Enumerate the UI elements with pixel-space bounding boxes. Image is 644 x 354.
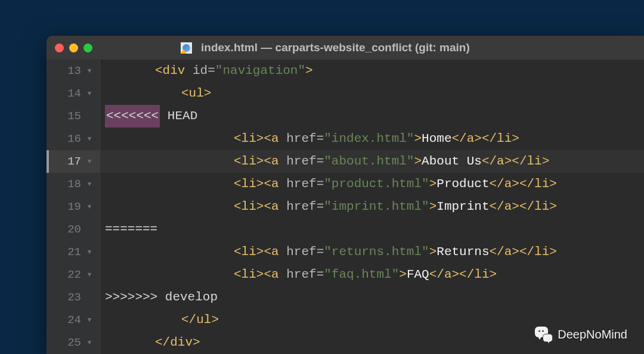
line-number: 17 bbox=[67, 155, 81, 168]
code-line[interactable]: <<<<<<< HEAD bbox=[100, 105, 644, 128]
gutter-line[interactable]: 23 bbox=[47, 286, 100, 309]
token-conflict-hl: <<<<<<< bbox=[105, 105, 160, 128]
token-attr: href= bbox=[286, 128, 324, 150]
line-number: 22 bbox=[67, 268, 81, 281]
line-number: 25 bbox=[67, 336, 81, 349]
titlebar[interactable]: index.html — carparts-website_conflict (… bbox=[47, 36, 644, 60]
token-conflict: >>>>>>> develop bbox=[105, 286, 218, 309]
token-tag: <li><a bbox=[234, 173, 286, 195]
line-number: 16 bbox=[67, 132, 81, 145]
token-tag: > bbox=[429, 173, 437, 195]
token-attr: href= bbox=[286, 263, 324, 286]
token-str: "navigation" bbox=[215, 60, 305, 82]
token-str: "index.html" bbox=[324, 128, 414, 150]
code-line[interactable]: <li><a href="imprint.html">Imprint</a></… bbox=[100, 195, 644, 218]
token-tag: <li><a bbox=[234, 150, 286, 173]
token-txt: About Us bbox=[422, 150, 482, 173]
gutter-line[interactable]: 17▼ bbox=[47, 150, 100, 173]
token-attr: href= bbox=[286, 195, 324, 218]
token-txt: Returns bbox=[436, 241, 489, 263]
fold-toggle-icon[interactable]: ▼ bbox=[85, 135, 94, 142]
token-tag: > bbox=[429, 241, 437, 263]
token-txt: FAQ bbox=[407, 263, 429, 286]
token-tag: </a></li> bbox=[429, 263, 497, 286]
token-tag: > bbox=[414, 150, 422, 173]
gutter-line[interactable]: 21▼ bbox=[47, 241, 100, 263]
token-tag: </a></li> bbox=[490, 173, 557, 195]
token-tag: </a></li> bbox=[490, 241, 557, 263]
token-tag: </a></li> bbox=[490, 195, 557, 218]
code-area[interactable]: <div id="navigation"><ul><<<<<<< HEAD<li… bbox=[100, 60, 644, 354]
token-str: "faq.html" bbox=[324, 263, 399, 286]
line-number: 23 bbox=[67, 291, 81, 304]
gutter-line[interactable]: 18▼ bbox=[47, 173, 100, 195]
gutter-line[interactable]: 22▼ bbox=[47, 263, 100, 286]
code-line[interactable]: <li><a href="product.html">Product</a></… bbox=[100, 173, 644, 195]
zoom-icon[interactable] bbox=[83, 44, 92, 52]
watermark-label: DeepNoMind bbox=[558, 328, 627, 341]
fold-toggle-icon[interactable]: ▼ bbox=[85, 67, 94, 74]
fold-toggle-icon[interactable]: ▼ bbox=[85, 316, 94, 324]
token-attr: id= bbox=[193, 60, 215, 82]
token-tag: <div bbox=[155, 60, 193, 82]
gutter-line[interactable]: 14▼ bbox=[47, 82, 100, 105]
fold-toggle-icon[interactable]: ▼ bbox=[85, 271, 94, 278]
line-number: 21 bbox=[67, 246, 81, 259]
line-number: 20 bbox=[67, 223, 81, 236]
code-line[interactable]: ======= bbox=[100, 218, 644, 241]
fold-toggle-icon[interactable]: ▼ bbox=[85, 339, 94, 346]
fold-toggle-icon[interactable]: ▼ bbox=[85, 158, 94, 165]
line-number: 24 bbox=[67, 313, 81, 327]
token-str: "about.html" bbox=[324, 150, 414, 173]
code-line[interactable]: <li><a href="about.html">About Us</a></l… bbox=[100, 150, 644, 173]
token-tag: </ul> bbox=[181, 309, 219, 331]
line-number-gutter[interactable]: 13▼14▼1516▼17▼18▼19▼2021▼22▼2324▼25▼ bbox=[47, 60, 100, 354]
token-tag: > bbox=[429, 195, 437, 218]
token-tag: > bbox=[305, 60, 313, 82]
code-line[interactable]: <li><a href="returns.html">Returns</a></… bbox=[100, 241, 644, 263]
minimize-icon[interactable] bbox=[69, 44, 78, 52]
token-tag: </div> bbox=[155, 331, 200, 354]
chat-bubbles-icon bbox=[535, 327, 553, 342]
window-title: index.html — carparts-website_conflict (… bbox=[201, 41, 470, 54]
token-tag: > bbox=[399, 263, 407, 286]
line-number: 13 bbox=[67, 64, 81, 77]
gutter-line[interactable]: 13▼ bbox=[47, 60, 100, 82]
line-number: 14 bbox=[67, 87, 81, 100]
token-tag: </a></li> bbox=[452, 128, 519, 150]
token-tag: <ul> bbox=[181, 82, 211, 105]
code-line[interactable]: <li><a href="index.html">Home</a></li> bbox=[100, 128, 644, 150]
token-tag: <li><a bbox=[234, 128, 286, 150]
watermark: DeepNoMind bbox=[535, 327, 627, 342]
token-txt: Product bbox=[436, 173, 489, 195]
line-number: 15 bbox=[67, 110, 81, 123]
fold-toggle-icon[interactable]: ▼ bbox=[85, 249, 94, 256]
fold-toggle-icon[interactable]: ▼ bbox=[85, 181, 94, 188]
token-str: "imprint.html" bbox=[324, 195, 429, 218]
code-line[interactable]: <ul> bbox=[100, 82, 644, 105]
close-icon[interactable] bbox=[55, 44, 64, 52]
token-str: "returns.html" bbox=[324, 241, 429, 263]
code-line[interactable]: <li><a href="faq.html">FAQ</a></li> bbox=[100, 263, 644, 286]
gutter-line[interactable]: 15 bbox=[47, 105, 100, 128]
code-editor[interactable]: 13▼14▼1516▼17▼18▼19▼2021▼22▼2324▼25▼ <di… bbox=[47, 60, 644, 354]
gutter-line[interactable]: 16▼ bbox=[47, 128, 100, 150]
gutter-line[interactable]: 25▼ bbox=[47, 331, 100, 354]
token-tag: </a></li> bbox=[482, 150, 549, 173]
token-str: "product.html" bbox=[324, 173, 429, 195]
gutter-line[interactable]: 20 bbox=[47, 218, 100, 241]
line-number: 18 bbox=[67, 178, 81, 191]
token-conflict: ======= bbox=[105, 218, 157, 241]
gutter-line[interactable]: 19▼ bbox=[47, 195, 100, 218]
token-tag: <li><a bbox=[234, 263, 286, 286]
fold-toggle-icon[interactable]: ▼ bbox=[85, 203, 94, 210]
token-tag: <li><a bbox=[234, 241, 286, 263]
file-html-icon bbox=[181, 42, 192, 54]
code-line[interactable]: <div id="navigation"> bbox=[100, 60, 644, 82]
code-line[interactable]: >>>>>>> develop bbox=[100, 286, 644, 309]
gutter-line[interactable]: 24▼ bbox=[47, 309, 100, 331]
token-tag: > bbox=[414, 128, 422, 150]
line-number: 19 bbox=[67, 200, 81, 213]
token-txt: Home bbox=[422, 128, 451, 150]
fold-toggle-icon[interactable]: ▼ bbox=[85, 90, 94, 97]
